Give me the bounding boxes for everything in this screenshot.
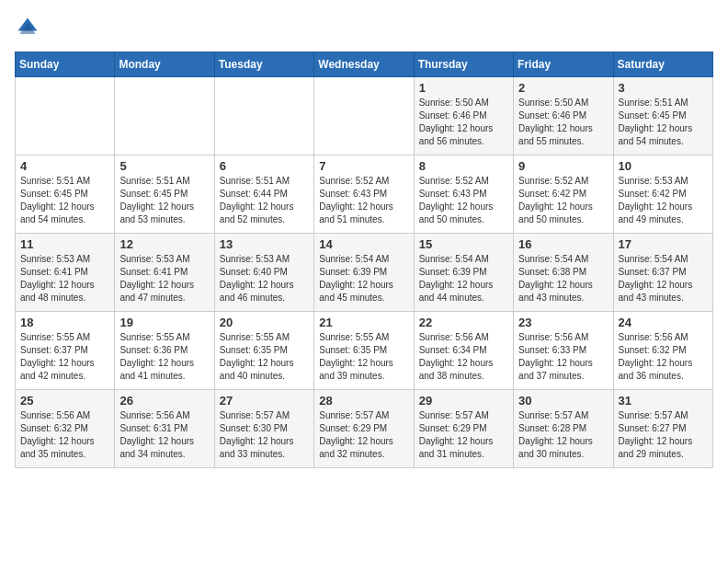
calendar-day-cell: 22Sunrise: 5:56 AM Sunset: 6:34 PM Dayli… — [414, 312, 513, 390]
day-info: Sunrise: 5:51 AM Sunset: 6:45 PM Dayligh… — [119, 175, 209, 226]
day-info: Sunrise: 5:54 AM Sunset: 6:39 PM Dayligh… — [319, 253, 408, 304]
day-number: 1 — [419, 81, 508, 95]
day-number: 22 — [419, 316, 508, 329]
day-number: 23 — [518, 316, 608, 329]
calendar-day-cell: 30Sunrise: 5:57 AM Sunset: 6:28 PM Dayli… — [514, 390, 613, 468]
day-info: Sunrise: 5:51 AM Sunset: 6:45 PM Dayligh… — [20, 175, 109, 226]
day-number: 5 — [119, 159, 209, 173]
calendar-day-cell: 7Sunrise: 5:52 AM Sunset: 6:43 PM Daylig… — [314, 155, 414, 234]
calendar-day-cell: 25Sunrise: 5:56 AM Sunset: 6:32 PM Dayli… — [16, 390, 115, 468]
calendar-day-cell: 1Sunrise: 5:50 AM Sunset: 6:46 PM Daylig… — [414, 77, 513, 155]
day-info: Sunrise: 5:54 AM Sunset: 6:39 PM Dayligh… — [419, 253, 508, 304]
day-info: Sunrise: 5:56 AM Sunset: 6:32 PM Dayligh… — [20, 409, 109, 461]
day-info: Sunrise: 5:52 AM Sunset: 6:43 PM Dayligh… — [319, 175, 408, 226]
day-number: 27 — [220, 394, 309, 408]
calendar-day-cell: 17Sunrise: 5:54 AM Sunset: 6:37 PM Dayli… — [613, 234, 712, 312]
day-number: 28 — [319, 394, 408, 408]
weekday-header-friday: Friday — [514, 52, 613, 77]
calendar-day-cell: 5Sunrise: 5:51 AM Sunset: 6:45 PM Daylig… — [115, 155, 214, 234]
day-info: Sunrise: 5:55 AM Sunset: 6:35 PM Dayligh… — [319, 331, 408, 383]
day-info: Sunrise: 5:57 AM Sunset: 6:29 PM Dayligh… — [419, 409, 508, 461]
logo — [15, 15, 44, 40]
day-number: 10 — [619, 159, 708, 173]
calendar-day-cell: 21Sunrise: 5:55 AM Sunset: 6:35 PM Dayli… — [314, 312, 414, 390]
day-info: Sunrise: 5:53 AM Sunset: 6:41 PM Dayligh… — [119, 253, 209, 304]
calendar-day-cell: 27Sunrise: 5:57 AM Sunset: 6:30 PM Dayli… — [214, 390, 313, 468]
calendar-day-cell: 20Sunrise: 5:55 AM Sunset: 6:35 PM Dayli… — [214, 312, 313, 390]
day-info: Sunrise: 5:57 AM Sunset: 6:28 PM Dayligh… — [518, 409, 608, 461]
day-info: Sunrise: 5:50 AM Sunset: 6:46 PM Dayligh… — [518, 97, 608, 148]
day-info: Sunrise: 5:50 AM Sunset: 6:46 PM Dayligh… — [419, 97, 508, 148]
day-info: Sunrise: 5:52 AM Sunset: 6:42 PM Dayligh… — [518, 175, 608, 226]
day-info: Sunrise: 5:56 AM Sunset: 6:34 PM Dayligh… — [419, 331, 508, 383]
calendar-day-cell: 6Sunrise: 5:51 AM Sunset: 6:44 PM Daylig… — [214, 155, 313, 234]
day-number: 4 — [20, 159, 109, 173]
calendar-day-cell: 14Sunrise: 5:54 AM Sunset: 6:39 PM Dayli… — [314, 234, 414, 312]
day-number: 16 — [518, 237, 608, 251]
page-header — [15, 15, 713, 40]
logo-icon — [15, 15, 40, 40]
day-info: Sunrise: 5:53 AM Sunset: 6:42 PM Dayligh… — [619, 175, 708, 226]
day-info: Sunrise: 5:54 AM Sunset: 6:37 PM Dayligh… — [619, 253, 708, 304]
day-info: Sunrise: 5:55 AM Sunset: 6:35 PM Dayligh… — [220, 331, 309, 383]
weekday-header-sunday: Sunday — [16, 52, 115, 77]
day-number: 9 — [518, 159, 608, 173]
day-number: 25 — [20, 394, 109, 408]
day-number: 15 — [419, 237, 508, 251]
day-info: Sunrise: 5:57 AM Sunset: 6:27 PM Dayligh… — [619, 409, 708, 461]
day-info: Sunrise: 5:53 AM Sunset: 6:40 PM Dayligh… — [220, 253, 309, 304]
weekday-header-tuesday: Tuesday — [214, 52, 313, 77]
calendar-day-cell — [314, 77, 414, 155]
day-number: 2 — [518, 81, 608, 95]
day-number: 24 — [619, 316, 708, 329]
calendar-day-cell: 15Sunrise: 5:54 AM Sunset: 6:39 PM Dayli… — [414, 234, 513, 312]
weekday-header-saturday: Saturday — [613, 52, 712, 77]
calendar-day-cell — [16, 77, 115, 155]
day-number: 20 — [220, 316, 309, 329]
day-number: 29 — [419, 394, 508, 408]
day-info: Sunrise: 5:52 AM Sunset: 6:43 PM Dayligh… — [419, 175, 508, 226]
calendar-table: SundayMondayTuesdayWednesdayThursdayFrid… — [15, 52, 713, 468]
day-info: Sunrise: 5:56 AM Sunset: 6:32 PM Dayligh… — [619, 331, 708, 383]
weekday-header-thursday: Thursday — [414, 52, 513, 77]
day-info: Sunrise: 5:56 AM Sunset: 6:33 PM Dayligh… — [518, 331, 608, 383]
day-info: Sunrise: 5:55 AM Sunset: 6:37 PM Dayligh… — [20, 331, 109, 383]
calendar-week-row: 4Sunrise: 5:51 AM Sunset: 6:45 PM Daylig… — [16, 155, 713, 234]
day-number: 18 — [20, 316, 109, 329]
calendar-day-cell: 12Sunrise: 5:53 AM Sunset: 6:41 PM Dayli… — [115, 234, 214, 312]
calendar-day-cell: 11Sunrise: 5:53 AM Sunset: 6:41 PM Dayli… — [16, 234, 115, 312]
day-number: 14 — [319, 237, 408, 251]
day-info: Sunrise: 5:55 AM Sunset: 6:36 PM Dayligh… — [119, 331, 209, 383]
calendar-week-row: 25Sunrise: 5:56 AM Sunset: 6:32 PM Dayli… — [16, 390, 713, 468]
day-info: Sunrise: 5:51 AM Sunset: 6:45 PM Dayligh… — [619, 97, 708, 148]
calendar-day-cell — [115, 77, 214, 155]
day-number: 19 — [119, 316, 209, 329]
day-number: 6 — [220, 159, 309, 173]
calendar-day-cell: 4Sunrise: 5:51 AM Sunset: 6:45 PM Daylig… — [16, 155, 115, 234]
day-info: Sunrise: 5:57 AM Sunset: 6:30 PM Dayligh… — [220, 409, 309, 461]
calendar-day-cell: 23Sunrise: 5:56 AM Sunset: 6:33 PM Dayli… — [514, 312, 613, 390]
day-info: Sunrise: 5:56 AM Sunset: 6:31 PM Dayligh… — [119, 409, 209, 461]
calendar-day-cell: 19Sunrise: 5:55 AM Sunset: 6:36 PM Dayli… — [115, 312, 214, 390]
calendar-day-cell: 13Sunrise: 5:53 AM Sunset: 6:40 PM Dayli… — [214, 234, 313, 312]
day-number: 31 — [619, 394, 708, 408]
day-info: Sunrise: 5:54 AM Sunset: 6:38 PM Dayligh… — [518, 253, 608, 304]
day-number: 21 — [319, 316, 408, 329]
calendar-day-cell: 24Sunrise: 5:56 AM Sunset: 6:32 PM Dayli… — [613, 312, 712, 390]
day-number: 30 — [518, 394, 608, 408]
day-number: 26 — [119, 394, 209, 408]
calendar-day-cell: 10Sunrise: 5:53 AM Sunset: 6:42 PM Dayli… — [613, 155, 712, 234]
calendar-day-cell: 3Sunrise: 5:51 AM Sunset: 6:45 PM Daylig… — [613, 77, 712, 155]
calendar-day-cell: 31Sunrise: 5:57 AM Sunset: 6:27 PM Dayli… — [613, 390, 712, 468]
calendar-week-row: 18Sunrise: 5:55 AM Sunset: 6:37 PM Dayli… — [16, 312, 713, 390]
calendar-day-cell: 26Sunrise: 5:56 AM Sunset: 6:31 PM Dayli… — [115, 390, 214, 468]
day-number: 3 — [619, 81, 708, 95]
day-info: Sunrise: 5:51 AM Sunset: 6:44 PM Dayligh… — [220, 175, 309, 226]
calendar-day-cell: 28Sunrise: 5:57 AM Sunset: 6:29 PM Dayli… — [314, 390, 414, 468]
day-number: 12 — [119, 237, 209, 251]
calendar-day-cell: 16Sunrise: 5:54 AM Sunset: 6:38 PM Dayli… — [514, 234, 613, 312]
day-info: Sunrise: 5:57 AM Sunset: 6:29 PM Dayligh… — [319, 409, 408, 461]
day-number: 13 — [220, 237, 309, 251]
day-number: 17 — [619, 237, 708, 251]
day-number: 11 — [20, 237, 109, 251]
